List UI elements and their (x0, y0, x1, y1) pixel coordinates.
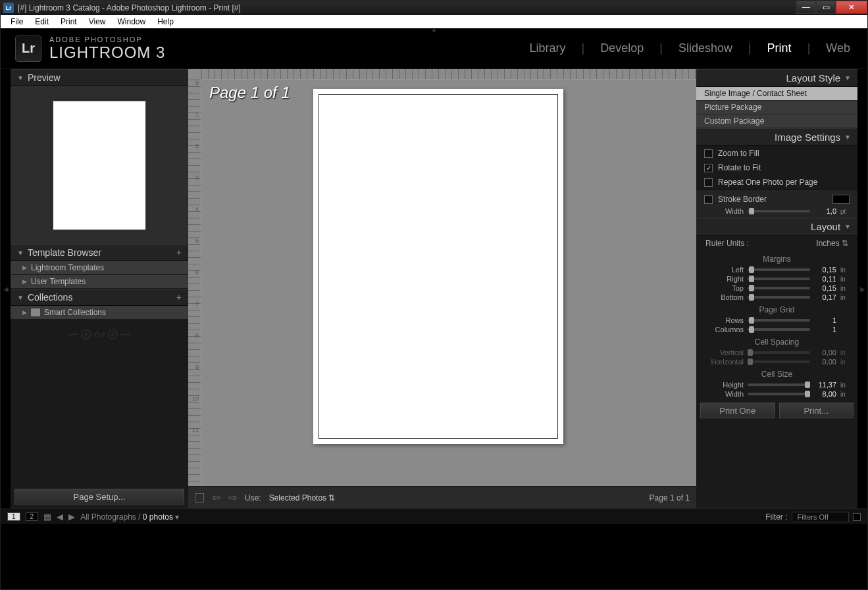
select-all-checkbox[interactable] (195, 493, 204, 503)
style-picture-package[interactable]: Picture Package (696, 101, 857, 114)
menu-file[interactable]: File (5, 16, 29, 28)
stroke-border-row[interactable]: Stroke Border (696, 192, 857, 207)
preview-thumbnail (53, 101, 145, 230)
preview-area (11, 86, 188, 244)
monitor-2-button[interactable]: 2 (26, 512, 39, 521)
prev-page-icon[interactable]: ⇦ (212, 491, 220, 504)
grid-rows-slider[interactable]: Rows1 (696, 316, 857, 325)
next-page-icon[interactable]: ⇨ (228, 491, 237, 504)
panel-end-ornament: ∽⊛∾⊛∽ (11, 320, 188, 349)
template-browser-header[interactable]: ▼ Template Browser + (11, 244, 188, 261)
triangle-right-icon: ▶ (22, 309, 27, 316)
margin-bottom-slider[interactable]: Bottom0,17in (696, 293, 857, 302)
ruler-units-row[interactable]: Ruler Units :Inches ⇅ (696, 235, 857, 251)
add-collection-icon[interactable]: + (176, 292, 182, 303)
zoom-to-fill-row[interactable]: Zoom to Fill (696, 146, 857, 160)
print-one-button[interactable]: Print One (700, 403, 775, 418)
center-area: 0 1 2 3 4 5 6 7 8 9 10 11 Page 1 of 1 (188, 69, 696, 508)
monitor-1-button[interactable]: 1 (7, 512, 20, 521)
menu-window[interactable]: Window (112, 16, 152, 28)
filmstrip[interactable] (1, 524, 867, 589)
brand-product: LIGHTROOM 3 (49, 43, 165, 62)
style-single-image[interactable]: Single Image / Contact Sheet (696, 87, 857, 101)
layout-style-header[interactable]: Layout Style▼ (696, 69, 857, 87)
spacing-vertical-slider[interactable]: Vertical0,00in (696, 348, 857, 357)
collections-header[interactable]: ▼ Collections + (11, 289, 188, 306)
triangle-right-icon: ▶ (22, 264, 27, 271)
module-library[interactable]: Library (526, 41, 568, 55)
image-settings-header[interactable]: Image Settings▼ (696, 128, 857, 146)
layout-header[interactable]: Layout▼ (696, 218, 857, 235)
filter-dropdown[interactable]: Filters Off (792, 512, 849, 522)
ruler-vertical: 0 1 2 3 4 5 6 7 8 9 10 11 (188, 80, 201, 486)
module-print[interactable]: Print (765, 41, 794, 55)
module-develop[interactable]: Develop (598, 41, 646, 55)
identity-plate: ▲ Lr ADOBE PHOTOSHOP LIGHTROOM 3 Library… (1, 28, 867, 69)
filter-lock-icon[interactable] (853, 513, 861, 521)
checkbox-icon[interactable] (704, 178, 713, 187)
title-bar: Lr [#] Lightroom 3 Catalog - Adobe Photo… (1, 1, 867, 15)
menu-print[interactable]: Print (55, 16, 83, 28)
stroke-color-swatch[interactable] (832, 195, 850, 204)
print-page[interactable] (313, 89, 563, 444)
print-button[interactable]: Print... (779, 403, 854, 418)
tree-user-templates[interactable]: ▶User Templates (11, 275, 188, 289)
collapse-top-icon[interactable]: ▲ (431, 26, 438, 33)
cell-spacing-subhead: Cell Spacing (696, 334, 857, 348)
right-edge-collapse[interactable]: ▶ (857, 69, 867, 508)
ruler-horizontal (201, 69, 696, 80)
module-slideshow[interactable]: Slideshow (676, 41, 735, 55)
grid-icon[interactable]: ▦ (43, 512, 51, 522)
margin-top-slider[interactable]: Top0,15in (696, 283, 857, 293)
maximize-button[interactable]: ▭ (816, 1, 836, 14)
menu-view[interactable]: View (83, 16, 112, 28)
brand-small: ADOBE PHOTOSHOP (49, 36, 165, 43)
menu-edit[interactable]: Edit (29, 16, 55, 28)
repeat-photo-row[interactable]: Repeat One Photo per Page (696, 175, 857, 189)
triangle-down-icon: ▼ (17, 74, 24, 82)
page-info: Page 1 of 1 (650, 493, 690, 503)
page-grid-subhead: Page Grid (696, 302, 857, 316)
close-button[interactable]: ✕ (836, 1, 867, 14)
cell-size-height-slider[interactable]: Height11,37in (696, 380, 857, 389)
nav-forward-icon[interactable]: ▶ (68, 512, 75, 522)
page-indicator: Page 1 of 1 (209, 84, 290, 102)
margin-left-slider[interactable]: Left0,15in (696, 265, 857, 274)
tree-smart-collections[interactable]: ▶Smart Collections (11, 306, 188, 320)
right-panel: Layout Style▼ Single Image / Contact She… (696, 69, 857, 508)
margins-subhead: Margins (696, 251, 857, 265)
style-custom-package[interactable]: Custom Package (696, 114, 857, 128)
preview-header[interactable]: ▼ Preview (11, 69, 188, 86)
cell-size-width-slider[interactable]: Width8,00in (696, 389, 857, 399)
rotate-to-fit-row[interactable]: ✓Rotate to Fit (696, 160, 857, 175)
nav-back-icon[interactable]: ◀ (57, 512, 63, 522)
minimize-button[interactable]: — (796, 1, 816, 14)
use-dropdown[interactable]: Selected Photos ⇅ (269, 493, 336, 503)
center-toolbar: ⇦ ⇨ Use: Selected Photos ⇅ Page 1 of 1 (188, 486, 696, 508)
collection-icon (31, 308, 40, 316)
tree-lightroom-templates[interactable]: ▶Lightroom Templates (11, 261, 188, 275)
menu-help[interactable]: Help (151, 16, 180, 28)
triangle-down-icon: ▼ (17, 249, 24, 257)
spacing-horizontal-slider[interactable]: Horizontal0,00in (696, 357, 857, 366)
filmstrip-header: 1 2 ▦ ◀ ▶ All Photographs / 0 photos ▾ F… (1, 508, 867, 524)
cell-size-subhead: Cell Size (696, 366, 857, 380)
stroke-width-slider[interactable]: Width1,0pt (696, 207, 857, 216)
checkbox-icon[interactable] (704, 195, 713, 204)
module-picker: Library| Develop| Slideshow| Print| Web (526, 41, 853, 55)
add-template-icon[interactable]: + (176, 247, 182, 258)
grid-columns-slider[interactable]: Columns1 (696, 325, 857, 334)
page-setup-button[interactable]: Page Setup... (14, 489, 184, 504)
triangle-down-icon: ▼ (844, 134, 851, 141)
lightroom-logo: Lr (15, 36, 41, 62)
checkbox-icon[interactable] (704, 149, 713, 158)
checkbox-icon[interactable]: ✓ (704, 164, 713, 172)
left-edge-collapse[interactable]: ◀ (1, 69, 11, 508)
margin-right-slider[interactable]: Right0,11in (696, 274, 857, 283)
print-canvas[interactable]: 0 1 2 3 4 5 6 7 8 9 10 11 Page 1 of 1 (188, 69, 696, 486)
module-web[interactable]: Web (823, 41, 853, 55)
source-breadcrumb[interactable]: All Photographs / 0 photos ▾ (80, 512, 179, 522)
window-title: [#] Lightroom 3 Catalog - Adobe Photosho… (18, 3, 241, 12)
left-panel: ▼ Preview ▼ Template Browser + ▶Lightroo… (11, 69, 188, 508)
triangle-down-icon: ▼ (844, 74, 851, 82)
